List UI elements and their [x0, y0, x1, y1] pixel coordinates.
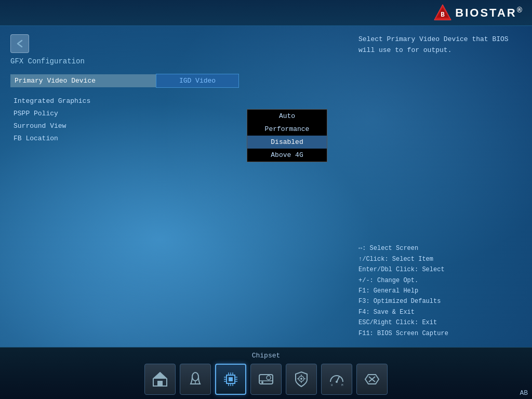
nav-icon-security[interactable] — [286, 364, 317, 395]
shortcut-select-screen: ↔: Select Screen — [358, 243, 522, 254]
svg-rect-5 — [157, 381, 163, 386]
nav-icon-performance[interactable]: 0 M — [321, 364, 352, 395]
back-button[interactable] — [10, 34, 29, 53]
nav-icon-exit[interactable] — [356, 364, 388, 395]
biostar-logo: B BIOSTAR® — [433, 4, 524, 22]
svg-marker-4 — [153, 373, 167, 379]
dropdown-option-performance[interactable]: Performance — [247, 123, 327, 136]
dropdown-menu: Auto Performance Disabled Above 4G — [247, 109, 327, 162]
exit-icon — [363, 370, 381, 388]
left-panel: GFX Configuration Primary Video Device I… — [0, 26, 348, 347]
performance-icon: 0 M — [328, 370, 345, 388]
right-panel: Select Primary Video Device that BIOS wi… — [348, 26, 532, 347]
back-arrow-icon — [15, 38, 25, 49]
dropdown-option-disabled[interactable]: Disabled — [247, 136, 327, 149]
primary-video-label[interactable]: Primary Video Device — [10, 74, 156, 87]
nav-icon-touch[interactable] — [180, 364, 211, 395]
shortcut-change-opt: +/-: Change Opt. — [358, 275, 522, 286]
logo-triangle-icon: B — [433, 4, 452, 22]
shortcut-select-item: ↑/Click: Select Item — [358, 254, 522, 264]
ab-label: AB — [520, 389, 528, 397]
svg-point-24 — [261, 381, 263, 383]
bottom-bar: Chipset — [0, 347, 532, 399]
top-bar: B BIOSTAR® — [0, 0, 532, 26]
home-icon — [151, 370, 169, 388]
svg-point-6 — [192, 373, 198, 381]
shortcut-enter: Enter/Dbl Click: Select — [358, 264, 522, 275]
shortcut-f3: F3: Optimized Defaults — [358, 296, 522, 307]
nav-icon-home[interactable] — [144, 364, 176, 395]
svg-text:0: 0 — [331, 383, 333, 387]
security-icon — [292, 370, 310, 388]
shortcut-esc: ESC/Right Click: Exit — [358, 317, 522, 328]
main-area: GFX Configuration Primary Video Device I… — [0, 26, 532, 347]
svg-point-27 — [300, 378, 302, 380]
shortcut-f1: F1: General Help — [358, 286, 522, 296]
touch-icon — [187, 370, 204, 388]
shortcuts-container: ↔: Select Screen ↑/Click: Select Item En… — [358, 233, 522, 339]
svg-rect-22 — [259, 375, 273, 384]
dropdown-option-above4g[interactable]: Above 4G — [247, 149, 327, 162]
svg-point-33 — [336, 381, 338, 383]
dropdown-option-auto[interactable]: Auto — [247, 110, 327, 123]
primary-video-value[interactable]: IGD Video — [156, 74, 239, 88]
nav-icon-drive[interactable] — [250, 364, 282, 395]
svg-text:M: M — [341, 383, 343, 387]
menu-item-integrated-graphics[interactable]: Integrated Graphics — [10, 95, 338, 107]
bottom-active-label: Chipset — [252, 352, 281, 360]
drive-icon — [257, 370, 275, 388]
svg-point-25 — [267, 376, 271, 380]
nav-icon-chipset[interactable] — [215, 364, 246, 395]
primary-video-row: Primary Video Device IGD Video — [10, 74, 338, 88]
logo-text: BIOSTAR® — [455, 6, 524, 20]
section-title: GFX Configuration — [10, 57, 338, 65]
shortcut-f11: F11: BIOS Screen Capture — [358, 328, 522, 339]
nav-icons: 0 M — [144, 364, 388, 395]
shortcut-f4: F4: Save & Exit — [358, 307, 522, 317]
help-text: Select Primary Video Device that BIOS wi… — [358, 34, 522, 56]
svg-text:B: B — [441, 11, 445, 19]
chipset-icon — [222, 370, 240, 388]
svg-rect-9 — [229, 377, 233, 381]
